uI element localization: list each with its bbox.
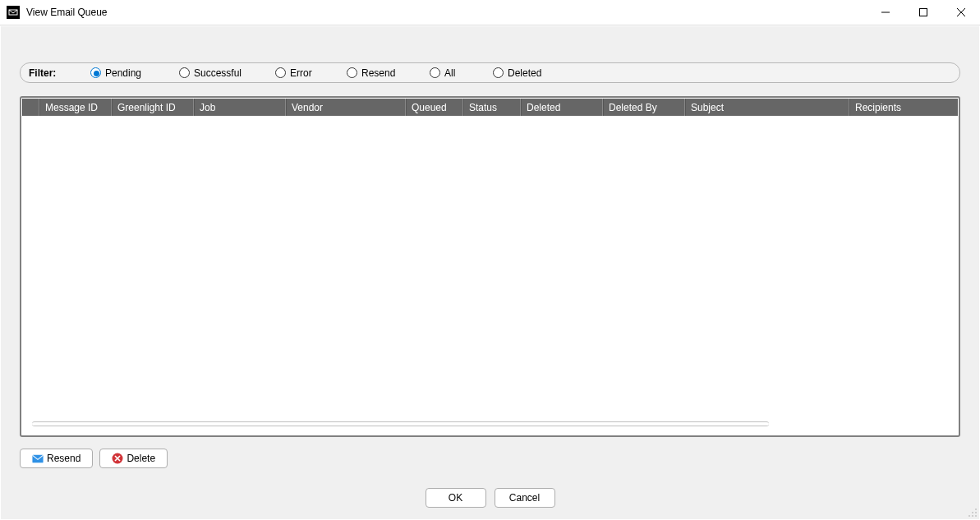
column-header-vendor[interactable]: Vendor <box>286 99 406 116</box>
svg-point-12 <box>968 515 970 517</box>
filter-bar: Filter: PendingSuccessfulErrorResendAllD… <box>20 62 960 83</box>
grid[interactable]: Message IDGreenlight IDJobVendorQueuedSt… <box>22 99 958 435</box>
maximize-button[interactable] <box>904 0 942 25</box>
minimize-button[interactable] <box>867 0 904 25</box>
column-header-greenlight[interactable]: Greenlight ID <box>112 99 194 116</box>
radio-icon <box>90 67 101 78</box>
cancel-button[interactable]: Cancel <box>495 488 555 508</box>
radio-label: Deleted <box>508 67 541 79</box>
radio-label: Successful <box>194 67 242 79</box>
resend-button[interactable]: Resend <box>20 449 93 468</box>
column-header-queued[interactable]: Queued <box>406 99 463 116</box>
radio-label: Resend <box>361 67 395 79</box>
app-icon <box>7 6 20 19</box>
filter-radio-resend[interactable]: Resend <box>347 67 395 79</box>
svg-point-10 <box>972 512 973 513</box>
radio-label: All <box>444 67 455 79</box>
column-header-deleted[interactable]: Deleted <box>521 99 603 116</box>
svg-point-13 <box>972 515 973 517</box>
filter-radio-pending[interactable]: Pending <box>90 67 141 79</box>
grid-frame: Message IDGreenlight IDJobVendorQueuedSt… <box>20 96 960 437</box>
svg-point-11 <box>975 512 977 513</box>
radio-icon <box>275 67 286 78</box>
column-header-deleted_by[interactable]: Deleted By <box>603 99 685 116</box>
radio-icon <box>430 67 440 78</box>
svg-rect-2 <box>920 9 927 16</box>
grid-header-row: Message IDGreenlight IDJobVendorQueuedSt… <box>22 99 958 116</box>
radio-icon <box>347 67 357 78</box>
column-header-subject[interactable]: Subject <box>685 99 849 116</box>
svg-point-14 <box>975 515 977 517</box>
horizontal-scrollbar[interactable] <box>32 421 769 426</box>
column-header-rowhandle[interactable] <box>22 99 39 116</box>
action-row: Resend Delete <box>20 449 168 468</box>
filter-label: Filter: <box>29 67 56 79</box>
filter-radio-deleted[interactable]: Deleted <box>493 67 541 79</box>
title-bar: View Email Queue <box>0 0 980 25</box>
radio-icon <box>179 67 190 78</box>
column-header-message_id[interactable]: Message ID <box>39 99 112 116</box>
radio-label: Pending <box>105 67 141 79</box>
svg-point-9 <box>975 508 977 510</box>
filter-radio-all[interactable]: All <box>430 67 455 79</box>
radio-icon <box>493 67 504 78</box>
dialog-button-row: OK Cancel <box>1 488 979 508</box>
cancel-button-label: Cancel <box>509 492 540 504</box>
ok-button[interactable]: OK <box>426 488 486 508</box>
radio-label: Error <box>290 67 312 79</box>
delete-circle-icon <box>112 453 123 464</box>
filter-radio-error[interactable]: Error <box>275 67 312 79</box>
filter-radio-successful[interactable]: Successful <box>179 67 242 79</box>
column-header-status[interactable]: Status <box>463 99 521 116</box>
resize-grip-icon[interactable] <box>966 506 978 518</box>
delete-button-label: Delete <box>127 453 155 464</box>
window-controls <box>867 0 980 25</box>
ok-button-label: OK <box>449 492 462 504</box>
client-area: Filter: PendingSuccessfulErrorResendAllD… <box>0 25 980 520</box>
column-header-job[interactable]: Job <box>194 99 286 116</box>
close-button[interactable] <box>942 0 980 25</box>
envelope-icon <box>32 453 44 464</box>
window-title: View Email Queue <box>26 7 108 18</box>
column-header-recipients[interactable]: Recipients <box>849 99 958 116</box>
delete-button[interactable]: Delete <box>99 449 168 468</box>
resend-button-label: Resend <box>47 453 81 464</box>
